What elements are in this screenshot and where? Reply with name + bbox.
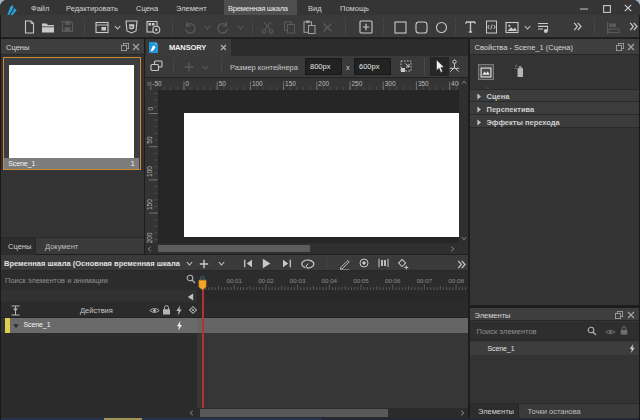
svg-text:00:05: 00:05 [353,277,369,284]
svg-text:150: 150 [147,199,154,210]
svg-text:00:01: 00:01 [226,277,242,284]
svg-text:00:04: 00:04 [322,277,338,284]
svg-text:100: 100 [147,166,154,177]
svg-text:0: 0 [147,107,154,111]
svg-text:200: 200 [147,232,154,243]
svg-text:400: 400 [451,80,459,87]
svg-text:50: 50 [219,80,227,87]
svg-text:350: 350 [418,80,429,87]
svg-text:-50: -50 [152,80,162,87]
svg-text:250: 250 [352,80,363,87]
svg-text:00:02: 00:02 [258,277,274,284]
svg-text:200: 200 [318,80,329,87]
svg-text:0: 0 [186,80,190,87]
svg-text:150: 150 [285,80,296,87]
svg-text:00:03: 00:03 [290,277,306,284]
svg-text:00:06: 00:06 [385,277,401,284]
svg-text:100: 100 [252,80,263,87]
svg-text:00:07: 00:07 [417,277,433,284]
svg-text:50: 50 [147,136,154,144]
svg-text:00:08: 00:08 [448,277,464,284]
svg-text:300: 300 [385,80,396,87]
